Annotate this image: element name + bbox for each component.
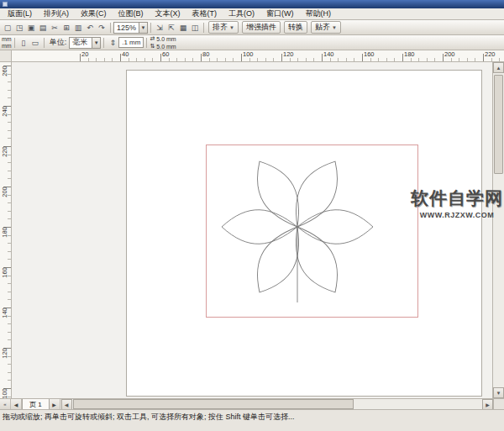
first-page-button[interactable]: « bbox=[0, 399, 11, 409]
ruler-label: 240 bbox=[1, 102, 8, 122]
align-button[interactable]: 排齐 ▼ bbox=[208, 21, 239, 34]
page-width-unit-fragment: mm bbox=[2, 36, 12, 42]
menu-arrange[interactable]: 排列(A) bbox=[38, 8, 75, 19]
enhance-plugins-button-label: 增强插件 bbox=[246, 22, 276, 33]
horizontal-scrollbar[interactable]: ◀ ▶ bbox=[61, 399, 493, 409]
zoom-level-combobox[interactable]: 125% ▼ bbox=[113, 22, 148, 34]
toolbar-separator bbox=[150, 23, 151, 33]
duplicate-distance-group: ⇄ 5.0 mm ⇅ 5.0 mm bbox=[150, 35, 176, 50]
menu-layout[interactable]: 版面(L) bbox=[2, 8, 38, 19]
page-tab-label: 页 1 bbox=[29, 400, 42, 409]
copy-icon[interactable]: ⊞ bbox=[60, 22, 72, 34]
portrait-orientation-icon[interactable]: ▯ bbox=[18, 37, 29, 49]
welcome-screen-icon[interactable]: ◫ bbox=[189, 22, 201, 34]
align-button-label: 排齐 bbox=[213, 22, 228, 33]
nudge-offset-field[interactable]: .1 mm bbox=[118, 37, 144, 48]
chevron-down-icon[interactable]: ▼ bbox=[139, 23, 147, 33]
flower-petal[interactable] bbox=[222, 210, 297, 244]
nudge-offset-icon: ⇕ bbox=[107, 37, 118, 49]
duplicate-x-icon: ⇄ bbox=[150, 35, 155, 42]
drawing-canvas[interactable] bbox=[12, 62, 492, 398]
previous-page-button[interactable]: ◀ bbox=[11, 399, 22, 409]
app-launcher-icon[interactable]: ▦ bbox=[177, 22, 189, 34]
save-icon[interactable]: ▣ bbox=[25, 22, 37, 34]
open-icon[interactable]: ◳ bbox=[13, 22, 25, 34]
ruler-label: 20 bbox=[81, 50, 88, 58]
page-height-unit-fragment: mm bbox=[2, 43, 12, 49]
vertical-scroll-thumb[interactable] bbox=[494, 75, 503, 174]
horizontal-ruler[interactable]: 20 40 60 80 100 120 140 160 180 200 220 bbox=[12, 50, 504, 62]
flower-group bbox=[222, 153, 373, 302]
toolbar-separator bbox=[110, 23, 111, 33]
ruler-label: 180 bbox=[404, 50, 415, 58]
zoom-level-value: 125% bbox=[114, 24, 139, 32]
landscape-orientation-icon[interactable]: ▭ bbox=[29, 37, 41, 49]
ruler-label: 100 bbox=[243, 50, 254, 58]
ruler-label: 40 bbox=[122, 50, 129, 58]
menu-tools[interactable]: 工具(O) bbox=[223, 8, 260, 19]
ruler-label: 260 bbox=[1, 61, 8, 81]
cut-icon[interactable]: ✂ bbox=[49, 22, 60, 34]
toolbar-separator bbox=[203, 23, 204, 33]
scrollbar-corner bbox=[493, 399, 504, 409]
menu-bitmaps[interactable]: 位图(B) bbox=[113, 8, 150, 19]
workspace: 260 240 220 200 180 160 140 120 100 ▲ ▼ bbox=[0, 62, 504, 398]
page-navigation-bar: « ◀ 页 1 ▶ ◀ ▶ bbox=[0, 398, 504, 409]
toolbar-separator bbox=[146, 38, 147, 48]
menu-effects[interactable]: 效果(C) bbox=[75, 8, 113, 19]
snap-button[interactable]: 贴齐 ▼ bbox=[311, 21, 341, 34]
next-page-button[interactable]: ▶ bbox=[50, 399, 60, 409]
units-label: 单位: bbox=[50, 37, 67, 48]
menu-text[interactable]: 文本(X) bbox=[150, 8, 186, 19]
chevron-down-icon[interactable]: ▼ bbox=[92, 38, 100, 48]
vertical-ruler[interactable]: 260 240 220 200 180 160 140 120 100 bbox=[0, 62, 12, 398]
duplicate-distance-y[interactable]: 5.0 mm bbox=[156, 44, 176, 50]
flower-drawing[interactable] bbox=[12, 62, 492, 398]
menu-window[interactable]: 窗口(W) bbox=[260, 8, 300, 19]
units-combobox[interactable]: 毫米 ▼ bbox=[69, 37, 101, 49]
ruler-label: 220 bbox=[1, 142, 8, 162]
app-icon bbox=[3, 2, 8, 7]
units-value: 毫米 bbox=[70, 37, 92, 48]
ruler-label: 200 bbox=[444, 50, 455, 58]
menu-table[interactable]: 表格(T) bbox=[186, 8, 223, 19]
convert-button[interactable]: 转换 bbox=[284, 21, 307, 34]
convert-button-label: 转换 bbox=[288, 22, 303, 33]
title-bar[interactable] bbox=[0, 0, 504, 8]
ruler-row: 20 40 60 80 100 120 140 160 180 200 220 bbox=[0, 50, 504, 62]
print-icon[interactable]: ▤ bbox=[37, 22, 49, 34]
scroll-up-icon[interactable]: ▲ bbox=[493, 62, 504, 73]
page-size-fields-cropped: mm mm bbox=[2, 36, 12, 49]
property-bar: mm mm ▯ ▭ 单位: 毫米 ▼ ⇕ .1 mm ⇄ 5.0 mm ⇅ 5.… bbox=[0, 35, 504, 50]
ruler-label: 120 bbox=[1, 344, 8, 364]
snap-button-label: 贴齐 bbox=[315, 22, 330, 33]
menu-bar: 版面(L) 排列(A) 效果(C) 位图(B) 文本(X) 表格(T) 工具(O… bbox=[0, 8, 504, 20]
duplicate-distance-x[interactable]: 5.0 mm bbox=[156, 36, 176, 42]
ruler-label: 80 bbox=[202, 50, 209, 58]
new-document-icon[interactable]: ▢ bbox=[2, 22, 13, 34]
toolbar-separator bbox=[14, 38, 15, 48]
ruler-label: 120 bbox=[283, 50, 294, 58]
page-tab[interactable]: 页 1 bbox=[22, 399, 50, 409]
ruler-label: 160 bbox=[364, 50, 375, 58]
chevron-down-icon: ▼ bbox=[332, 25, 337, 30]
menu-help[interactable]: 帮助(H) bbox=[300, 8, 338, 19]
toolbar-separator bbox=[103, 38, 104, 48]
export-icon[interactable]: ⇱ bbox=[165, 22, 177, 34]
horizontal-scroll-thumb[interactable] bbox=[73, 399, 354, 409]
ruler-label: 140 bbox=[323, 50, 334, 58]
paste-icon[interactable]: ▥ bbox=[72, 22, 84, 34]
app-window: 版面(L) 排列(A) 效果(C) 位图(B) 文本(X) 表格(T) 工具(O… bbox=[0, 0, 504, 431]
scroll-down-icon[interactable]: ▼ bbox=[493, 387, 504, 398]
status-bar: 拖动或缩放; 再单击可旋转或倾斜; 双击工具, 可选择所有对象; 按住 Shif… bbox=[0, 409, 504, 431]
ruler-label: 160 bbox=[1, 263, 8, 283]
enhance-plugins-button[interactable]: 增强插件 bbox=[242, 21, 281, 34]
flower-petal[interactable] bbox=[297, 210, 373, 244]
vertical-scrollbar[interactable]: ▲ ▼ bbox=[492, 62, 504, 398]
ruler-label: 60 bbox=[162, 50, 169, 58]
import-icon[interactable]: ⇲ bbox=[154, 22, 165, 34]
toolbar-separator bbox=[44, 38, 45, 48]
status-hint: 拖动或缩放; 再单击可旋转或倾斜; 双击工具, 可选择所有对象; 按住 Shif… bbox=[3, 413, 295, 421]
undo-icon[interactable]: ↶ bbox=[84, 22, 96, 34]
redo-icon[interactable]: ↷ bbox=[96, 22, 108, 34]
